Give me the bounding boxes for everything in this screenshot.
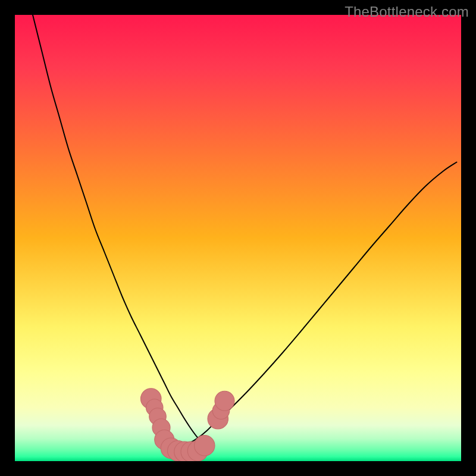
- chart-frame: TheBottleneck.com: [0, 0, 476, 476]
- bottleneck-chart-svg: [15, 15, 461, 461]
- watermark-text: TheBottleneck.com: [345, 4, 469, 20]
- gradient-background: [15, 15, 461, 461]
- chart-plot-area: [15, 15, 461, 461]
- curve-marker: [195, 436, 215, 456]
- curve-marker: [215, 391, 234, 411]
